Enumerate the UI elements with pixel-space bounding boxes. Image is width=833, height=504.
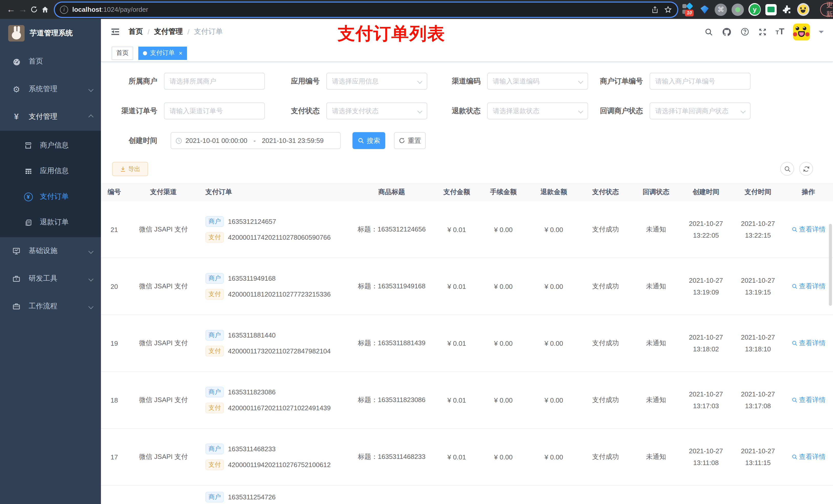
merchant-tag: 商户	[206, 273, 224, 284]
extension-yudao[interactable]: y	[748, 3, 761, 16]
chevron-down-icon	[88, 276, 94, 281]
chevron-down-icon	[417, 79, 422, 84]
filter-label-notify-status: 回调商户状态	[587, 106, 649, 116]
user-avatar[interactable]	[793, 23, 810, 40]
browser-back-button[interactable]: ←	[7, 3, 15, 16]
document-icon	[23, 218, 34, 226]
browser-forward-button[interactable]: →	[19, 3, 27, 16]
extension-gem[interactable]	[699, 3, 710, 16]
fullscreen-icon[interactable]	[758, 27, 767, 36]
avatar-caret-icon[interactable]	[819, 30, 824, 35]
cell-title: 标题：1635311823086	[348, 395, 435, 405]
site-info-icon[interactable]: i	[60, 5, 68, 14]
reset-button[interactable]: 重置	[394, 132, 426, 149]
notify-status-select[interactable]: 请选择订单回调商户状态	[649, 102, 751, 119]
view-detail-link[interactable]: 查看详情	[791, 339, 826, 348]
merchant-order-no-input[interactable]	[655, 77, 745, 85]
cell-order-no: 商户1635311823086 支付4200001167202110271022…	[199, 387, 348, 413]
sidebar-item-infrastructure[interactable]: 基础设施	[0, 237, 101, 265]
tag-pay-order[interactable]: 支付订单 ×	[138, 46, 187, 60]
merchant-order-no-input-wrap[interactable]	[649, 73, 751, 90]
tag-close-icon[interactable]: ×	[179, 49, 182, 56]
chevron-down-icon	[578, 108, 583, 114]
search-icon	[791, 397, 798, 403]
sidebar-item-refund-order[interactable]: 退款订单	[0, 210, 101, 235]
cell-amount: ¥ 0.01	[435, 283, 478, 290]
address-bar[interactable]: i localhost:1024/pay/order	[55, 2, 677, 17]
channel-order-no-input-wrap[interactable]	[164, 102, 265, 119]
search-icon	[791, 454, 798, 460]
extension-chat[interactable]	[765, 3, 777, 16]
cell-notify: 未通知	[632, 282, 680, 291]
search-button[interactable]: 搜索	[353, 132, 385, 149]
toggle-search-button[interactable]	[780, 162, 794, 176]
cell-created: 2021-10-2713:19:09	[680, 274, 732, 298]
table-header: 编号 支付渠道 支付订单 商品标题 支付金额 手续金额 退款金额 支付状态 回调…	[101, 183, 833, 201]
payment-submenu: 商户信息 应用信息 ¥ 支付订单 退款订单	[0, 130, 101, 237]
cell-amount: ¥ 0.01	[435, 225, 478, 233]
sidebar-item-system[interactable]: ⚙ 系统管理	[0, 75, 101, 103]
tag-home[interactable]: 首页	[112, 46, 133, 60]
cell-action: 查看详情	[784, 282, 833, 291]
bookmark-star-icon[interactable]	[664, 5, 672, 14]
sidebar-item-payment[interactable]: ¥ 支付管理	[0, 103, 101, 130]
header-search-icon[interactable]	[705, 27, 713, 36]
sidebar-item-home[interactable]: 首页	[0, 48, 101, 75]
pay-status-select[interactable]: 请选择支付状态	[326, 102, 427, 119]
browser-profile-avatar[interactable]	[797, 3, 809, 16]
chevron-down-icon	[88, 248, 94, 254]
breadcrumb-home[interactable]: 首页	[128, 27, 143, 37]
cell-order-no: 商户1635311949168 支付4200001181202110277723…	[199, 273, 348, 299]
view-detail-link[interactable]: 查看详情	[791, 395, 826, 405]
view-detail-link[interactable]: 查看详情	[791, 282, 826, 291]
breadcrumb-section[interactable]: 支付管理	[154, 27, 183, 37]
github-icon[interactable]	[722, 27, 732, 37]
merchant-input[interactable]	[170, 77, 259, 85]
sidebar-item-devtools[interactable]: 研发工具	[0, 265, 101, 292]
table-row: 19 微信 JSAPI 支付 商户1635311881440 支付4200001…	[101, 315, 833, 372]
export-button[interactable]: 导出	[112, 162, 148, 176]
cell-order-no: 商户1635312124657 支付4200001174202110278060…	[199, 216, 348, 243]
pay-tag: 支付	[206, 232, 224, 243]
navbar: 首页 / 支付管理 / 支付订单 支付订单列表	[101, 19, 833, 45]
cell-created: 2021-10-2713:18:02	[680, 331, 732, 355]
extensions-puzzle-button[interactable]	[781, 3, 792, 16]
sidebar-item-merchant-info[interactable]: 商户信息	[0, 133, 101, 158]
browser-reload-button[interactable]	[30, 3, 38, 16]
channel-code-select[interactable]: 请输入渠道编码	[487, 73, 588, 90]
sidebar-item-app-info[interactable]: 应用信息	[0, 158, 101, 184]
app-select[interactable]: 请选择应用信息	[326, 73, 427, 90]
search-icon	[791, 226, 798, 233]
chevron-down-icon	[740, 108, 746, 114]
browser-update-button[interactable]: 更新	[820, 3, 833, 16]
filter-label-channel-order-no: 渠道订单号	[101, 106, 164, 116]
refund-status-select[interactable]: 请选择退款状态	[487, 102, 588, 119]
cell-created: 2021-10-2713:11:08	[680, 445, 732, 469]
extension-pixel-badge[interactable]: 10	[684, 3, 694, 16]
cell-title: 标题：1635312124656	[348, 225, 435, 234]
app-logo-row[interactable]: 芋道管理系统	[0, 19, 101, 48]
page-scrollbar-thumb[interactable]	[829, 224, 832, 306]
cell-fee: ¥ 0.00	[478, 283, 529, 290]
browser-home-button[interactable]	[41, 3, 49, 16]
share-icon[interactable]	[651, 5, 659, 14]
channel-order-no-input[interactable]	[170, 107, 259, 115]
help-icon[interactable]	[740, 27, 749, 37]
cell-refund: ¥ 0.00	[529, 339, 579, 347]
sidebar-item-pay-order[interactable]: ¥ 支付订单	[0, 184, 101, 210]
view-detail-link[interactable]: 查看详情	[791, 225, 826, 234]
hamburger-icon[interactable]	[110, 27, 120, 37]
font-size-icon[interactable]: TT	[776, 27, 784, 37]
create-time-range-picker[interactable]: 2021-10-01 00:00:00 - 2021-10-31 23:59:5…	[171, 132, 341, 149]
filter-label-channel-code: 渠道编码	[424, 77, 487, 86]
merchant-select[interactable]	[164, 73, 265, 90]
date-start: 2021-10-01 00:00:00	[186, 137, 247, 144]
extension-command[interactable]: ⌘	[715, 3, 727, 16]
view-detail-link[interactable]: 查看详情	[791, 452, 826, 461]
extension-recorder[interactable]	[732, 3, 744, 16]
sidebar-item-workflow[interactable]: 工作流程	[0, 292, 101, 320]
refresh-table-button[interactable]	[799, 162, 813, 176]
table-row: 17 微信 JSAPI 支付 商户1635311468233 支付4200001…	[101, 429, 833, 485]
green-dot-icon	[735, 7, 740, 12]
profile-emoji-icon	[798, 5, 808, 14]
